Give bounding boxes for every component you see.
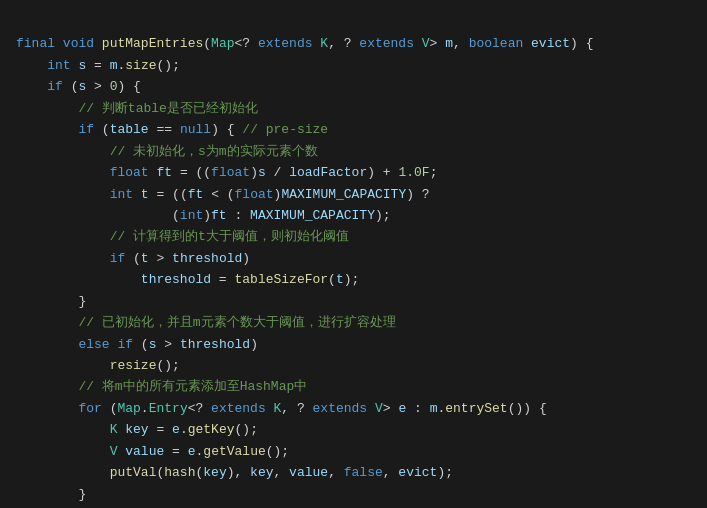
code-container: final void putMapEntries(Map<? extends K… (0, 0, 707, 508)
code-block: final void putMapEntries(Map<? extends K… (16, 12, 691, 508)
